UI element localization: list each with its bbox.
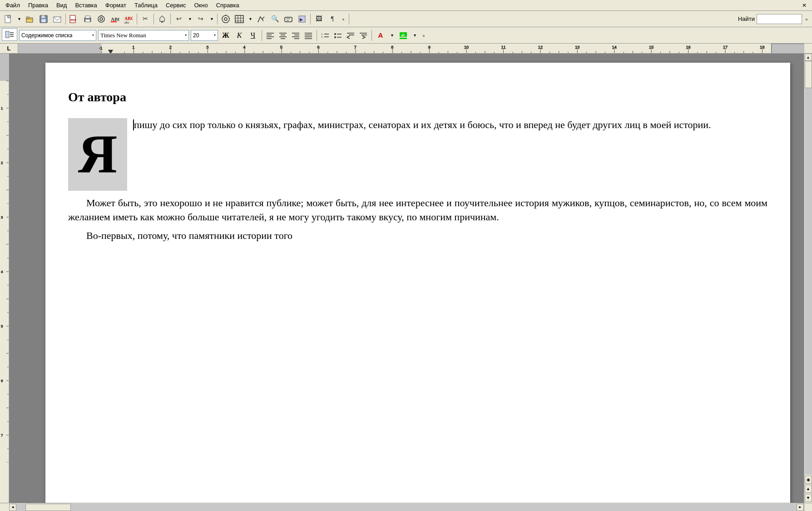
svg-text:13: 13 (575, 45, 579, 50)
font-selector[interactable]: Times New Roman ▾ (98, 30, 189, 41)
svg-point-22 (222, 15, 229, 23)
toolbar-main: ▾ PDF ABC ABCabc ✂ ↩ (0, 11, 812, 27)
svg-text:3: 3 (206, 45, 208, 50)
svg-rect-164 (772, 44, 804, 53)
pdf-button[interactable]: PDF (68, 13, 80, 25)
fields-button[interactable] (282, 13, 295, 25)
save-button[interactable] (37, 13, 50, 25)
undo-button[interactable]: ↩ (173, 13, 185, 25)
scroll-thumb[interactable] (805, 61, 812, 88)
align-right-button[interactable] (290, 30, 301, 41)
svg-text:9: 9 (428, 45, 431, 50)
document-heading: От автора (68, 90, 767, 104)
table-dropdown[interactable]: ▾ (247, 13, 254, 25)
menu-insert[interactable]: Вставка (71, 1, 100, 10)
h-scroll-track[interactable] (16, 504, 797, 511)
scroll-page-up-button[interactable]: ◉ (805, 476, 812, 484)
menu-file[interactable]: Файл (2, 1, 24, 10)
scroll-icons: ◉ ▲ ▼ (805, 475, 812, 503)
spellcheck-button[interactable]: ABC (109, 13, 121, 25)
redo-dropdown[interactable]: ▾ (208, 13, 215, 25)
print-button[interactable] (81, 13, 94, 25)
undo-dropdown[interactable]: ▾ (186, 13, 193, 25)
scroll-right-button[interactable]: ► (797, 504, 804, 511)
ruler-corner[interactable]: L (0, 44, 18, 53)
document-area[interactable]: От автора Я пишу до сих пор только о кня… (9, 54, 804, 503)
menu-edit[interactable]: Правка (25, 1, 52, 10)
font-size-selector[interactable]: 20 ▾ (191, 30, 218, 41)
find-bar-button[interactable]: 🔍 (268, 13, 281, 25)
scroll-to-top-button[interactable]: ▲ (805, 485, 812, 493)
cut-button[interactable]: ✂ (139, 13, 152, 25)
decrease-indent-button[interactable] (345, 30, 356, 41)
font-color-button[interactable]: A (375, 30, 386, 41)
unordered-list-button[interactable] (332, 30, 343, 41)
paragraph-marks-button[interactable]: ¶ (326, 13, 339, 25)
highlight-button[interactable]: ab (397, 30, 409, 41)
paragraph-1: пишу до сих пор только о князьях, графах… (68, 118, 767, 132)
svg-rect-71 (18, 44, 101, 53)
toolbar1-more[interactable]: » (803, 13, 810, 25)
menu-help[interactable]: Справка (213, 1, 243, 10)
redo-button[interactable]: ↪ (194, 13, 207, 25)
scroll-up-button[interactable]: ▲ (805, 54, 812, 61)
toolbar-more[interactable]: » (340, 13, 347, 25)
menu-format[interactable]: Формат (102, 1, 130, 10)
find-input[interactable] (757, 14, 802, 24)
svg-rect-21 (161, 21, 163, 23)
font-color-dropdown[interactable]: ▾ (388, 29, 396, 42)
horizontal-scrollbar-area: ◄ ► (0, 503, 812, 511)
svg-text:PDF: PDF (70, 18, 77, 22)
svg-text:1: 1 (1, 106, 3, 110)
preview-button[interactable] (95, 13, 108, 25)
svg-rect-7 (41, 19, 46, 22)
clone-format-button[interactable] (156, 13, 168, 25)
h-scroll-thumb[interactable] (25, 504, 71, 511)
menu-window[interactable]: Окно (190, 1, 211, 10)
svg-text:11: 11 (501, 45, 505, 50)
menu-table[interactable]: Таблица (131, 1, 161, 10)
open-button[interactable] (24, 13, 36, 25)
basic-button[interactable]: ▶ (296, 13, 308, 25)
styles-panel-toggle[interactable] (2, 28, 17, 41)
drawing-button[interactable] (255, 13, 267, 25)
image-button[interactable]: 🖼 (312, 13, 325, 25)
toolbar2-more[interactable]: » (420, 29, 427, 42)
drop-cap-letter: Я (78, 127, 118, 182)
highlight-dropdown[interactable]: ▾ (411, 29, 418, 42)
svg-rect-4 (26, 17, 30, 18)
svg-text:1: 1 (132, 45, 134, 50)
autocorrect-button[interactable]: ABCabc (122, 13, 135, 25)
table-button[interactable] (233, 13, 246, 25)
increase-indent-button[interactable] (358, 30, 369, 41)
bold-button[interactable]: Ж (220, 30, 232, 41)
svg-text:15: 15 (649, 45, 654, 50)
align-justify-button[interactable] (303, 30, 314, 41)
svg-point-23 (224, 18, 227, 20)
toolbar-format: Содержимое списка ▾ Times New Roman ▾ 20… (0, 27, 812, 44)
scroll-down-button[interactable]: ▼ (805, 494, 812, 502)
svg-text:5: 5 (1, 324, 3, 328)
underline-button[interactable]: Ч (247, 30, 259, 41)
new-dropdown[interactable]: ▾ (15, 13, 23, 25)
svg-point-15 (100, 18, 103, 20)
email-button[interactable] (51, 13, 64, 25)
scroll-track[interactable] (805, 61, 812, 475)
scroll-left-button[interactable]: ◄ (9, 504, 16, 511)
sep4 (170, 14, 171, 25)
ordered-list-button[interactable]: 1.2. (320, 30, 331, 41)
close-button[interactable]: ✕ (798, 1, 810, 10)
align-center-button[interactable] (277, 30, 288, 41)
document-page: От автора Я пишу до сих пор только о кня… (45, 63, 790, 503)
menu-view[interactable]: Вид (53, 1, 71, 10)
svg-rect-13 (85, 20, 90, 22)
navigator-button[interactable] (219, 13, 232, 25)
svg-text:2: 2 (1, 161, 3, 165)
italic-button[interactable]: К (233, 30, 245, 41)
align-left-button[interactable] (265, 30, 276, 41)
new-button[interactable] (2, 13, 15, 25)
menu-service[interactable]: Сервис (162, 1, 190, 10)
style-selector[interactable]: Содержимое списка ▾ (19, 30, 96, 41)
paragraph-1-text: пишу до сих пор только о князьях, графах… (134, 119, 711, 130)
svg-rect-30 (285, 17, 292, 22)
